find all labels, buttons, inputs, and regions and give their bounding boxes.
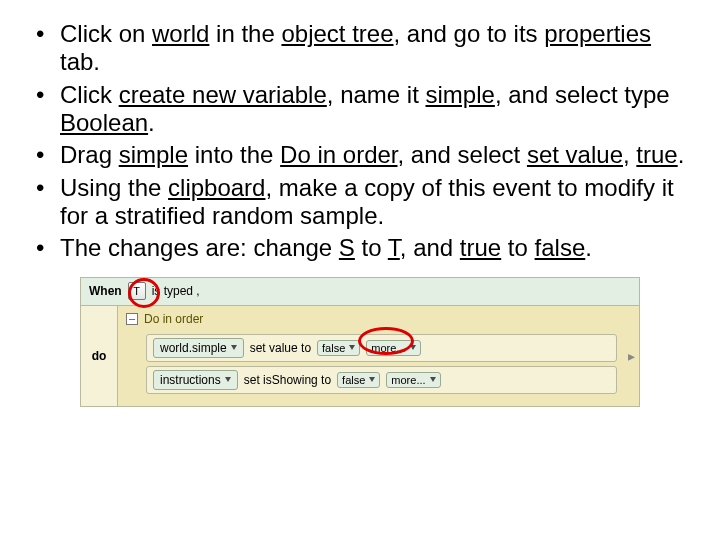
text: to (355, 234, 388, 261)
text: , and go to its (394, 20, 545, 47)
text: true (636, 141, 677, 168)
text: tab. (60, 48, 100, 75)
do-in-order-header[interactable]: – Do in order (124, 310, 617, 330)
tile-label: false (342, 374, 365, 386)
text: Do in order (280, 141, 397, 168)
tile-label: world.simple (160, 341, 227, 355)
event-header: When T is typed , (81, 278, 639, 306)
tile-label: more... (371, 342, 405, 354)
value-tile[interactable]: false (317, 340, 360, 356)
text: in the (209, 20, 281, 47)
chevron-down-icon (410, 345, 416, 350)
text: Using the (60, 174, 168, 201)
chevron-down-icon (349, 345, 355, 350)
text: create new variable (119, 81, 327, 108)
text: S (339, 234, 355, 261)
object-tile[interactable]: world.simple (153, 338, 244, 358)
text: simple (426, 81, 495, 108)
text: Boolean (60, 109, 148, 136)
text: T (388, 234, 400, 261)
bullet-item: Drag simple into the Do in order, and se… (30, 141, 690, 169)
text: true (460, 234, 501, 261)
bullet-item: Click create new variable, name it simpl… (30, 81, 690, 138)
text: , and select (398, 141, 527, 168)
chevron-down-icon (231, 345, 237, 350)
text: properties (544, 20, 651, 47)
text: into the (188, 141, 280, 168)
chevron-down-icon (430, 377, 436, 382)
text: world (152, 20, 209, 47)
bullet-item: Using the clipboard, make a copy of this… (30, 174, 690, 231)
do-body: – Do in order world.simple set value to … (117, 306, 639, 406)
tile-label: false (322, 342, 345, 354)
scroll-arrow-icon[interactable]: ▸ (628, 348, 635, 364)
text: . (148, 109, 155, 136)
text: object tree (281, 20, 393, 47)
text: Click on (60, 20, 152, 47)
object-tile[interactable]: instructions (153, 370, 238, 390)
text: . (678, 141, 685, 168)
statement-row[interactable]: world.simple set value to false more... (146, 334, 617, 362)
when-label: When (89, 284, 122, 298)
text: The changes are: change (60, 234, 339, 261)
bullet-list: Click on world in the object tree, and g… (30, 20, 690, 263)
text: simple (119, 141, 188, 168)
more-tile[interactable]: more... (366, 340, 420, 356)
text: Drag (60, 141, 119, 168)
chevron-down-icon (225, 377, 231, 382)
verb-label: set isShowing to (244, 373, 331, 387)
is-typed-label: is typed , (152, 284, 200, 298)
bullet-item: The changes are: change S to T, and true… (30, 234, 690, 262)
do-in-order-label: Do in order (144, 312, 203, 326)
text: , name it (327, 81, 426, 108)
more-tile[interactable]: more... (386, 372, 440, 388)
text: set value (527, 141, 623, 168)
text: false (535, 234, 586, 261)
text: to (501, 234, 534, 261)
do-label: do (81, 306, 117, 406)
text: . (585, 234, 592, 261)
key-label: T (133, 285, 140, 297)
bullet-item: Click on world in the object tree, and g… (30, 20, 690, 77)
chevron-down-icon (369, 377, 375, 382)
statement-row[interactable]: instructions set isShowing to false more… (146, 366, 617, 394)
alice-editor: When T is typed , do – Do in order world… (80, 277, 640, 407)
collapse-icon[interactable]: – (126, 313, 138, 325)
tile-label: instructions (160, 373, 221, 387)
text: , and (400, 234, 460, 261)
text: , and select type (495, 81, 670, 108)
value-tile[interactable]: false (337, 372, 380, 388)
tile-label: more... (391, 374, 425, 386)
verb-label: set value to (250, 341, 311, 355)
text: clipboard (168, 174, 265, 201)
key-tile[interactable]: T (128, 282, 146, 300)
text: , (623, 141, 636, 168)
text: Click (60, 81, 119, 108)
